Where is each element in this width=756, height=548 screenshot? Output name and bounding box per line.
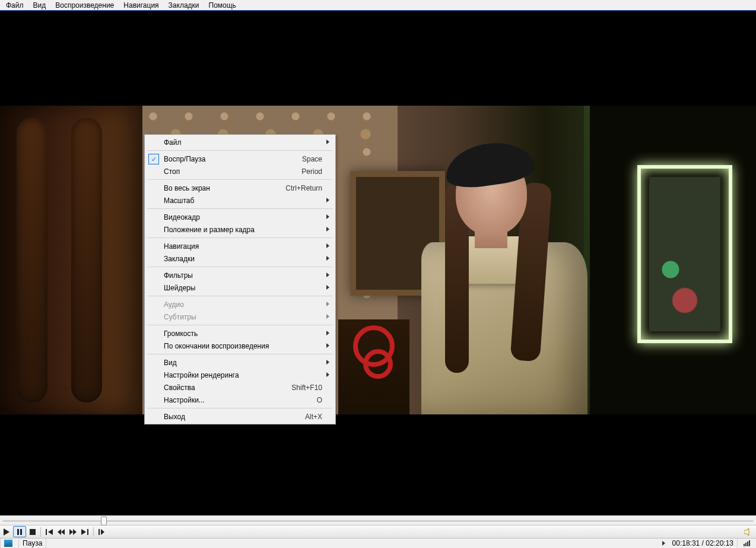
chevron-right-icon xyxy=(662,541,665,546)
svg-marker-9 xyxy=(73,529,77,535)
forward-icon xyxy=(69,529,77,535)
status-time[interactable]: 00:18:31 / 02:20:13 xyxy=(669,539,738,549)
menu-separator xyxy=(147,354,333,354)
menu-separator xyxy=(147,179,333,180)
time-total: 02:20:13 xyxy=(706,539,733,547)
ctx-label: Положение и размер кадра xyxy=(164,226,322,234)
ctx-label: Свойства xyxy=(164,384,291,392)
menu-playback[interactable]: Воспроизведение xyxy=(50,0,119,11)
ctx-item-23[interactable]: Вид xyxy=(146,356,334,369)
ctx-item-26[interactable]: Настройки...O xyxy=(146,394,334,406)
chevron-right-icon xyxy=(326,273,329,277)
ctx-item-24[interactable]: Настройки рендеринга xyxy=(146,369,334,381)
ctx-item-3[interactable]: СтопPeriod xyxy=(146,165,334,178)
next-track-button[interactable] xyxy=(79,526,91,537)
ctx-item-25[interactable]: СвойстваShift+F10 xyxy=(146,381,334,394)
svg-rect-3 xyxy=(30,529,36,535)
ctx-item-5[interactable]: Во весь экранCtrl+Return xyxy=(146,182,334,194)
chevron-right-icon xyxy=(326,214,329,219)
ctx-item-6[interactable]: Масштаб xyxy=(146,194,334,207)
chevron-right-icon xyxy=(326,140,329,144)
ctx-item-9[interactable]: Положение и размер кадра xyxy=(146,223,334,236)
ctx-label: Субтитры xyxy=(164,313,322,321)
separator xyxy=(40,527,41,537)
svg-marker-13 xyxy=(101,529,104,535)
play-button[interactable] xyxy=(1,526,12,537)
chevron-right-icon xyxy=(326,243,329,248)
seek-bar[interactable] xyxy=(0,515,756,525)
menu-file[interactable]: Файл xyxy=(1,0,28,11)
chevron-right-icon xyxy=(326,314,329,319)
time-elapsed: 00:18:31 xyxy=(672,539,700,547)
seek-track xyxy=(2,520,754,522)
pause-button[interactable] xyxy=(13,526,26,537)
chevron-right-icon xyxy=(326,285,329,290)
ctx-item-2[interactable]: ✓Воспр/ПаузаSpace xyxy=(146,153,334,165)
menu-separator xyxy=(147,208,333,209)
ctx-label: Файл xyxy=(164,138,322,147)
ctx-shortcut: Shift+F10 xyxy=(291,384,322,392)
menu-separator xyxy=(147,296,333,296)
ctx-label: Вид xyxy=(164,359,322,367)
separator xyxy=(93,527,94,537)
chevron-right-icon xyxy=(326,227,329,232)
ctx-label: Видеокадр xyxy=(164,213,322,221)
ctx-shortcut: Alt+X xyxy=(305,413,322,421)
ctx-label: Настройки... xyxy=(164,396,317,404)
ctx-item-20[interactable]: Громкость xyxy=(146,327,334,340)
ctx-label: Стоп xyxy=(164,167,301,176)
svg-marker-7 xyxy=(61,529,65,535)
ctx-item-12[interactable]: Закладки xyxy=(146,252,334,265)
svg-marker-5 xyxy=(48,529,53,535)
skip-next-icon xyxy=(81,529,88,535)
menu-view[interactable]: Вид xyxy=(28,0,51,11)
stop-button[interactable] xyxy=(27,526,38,537)
speaker-icon xyxy=(744,528,752,536)
ctx-item-28[interactable]: ВыходAlt+X xyxy=(146,410,334,423)
ctx-label: Закладки xyxy=(164,255,322,263)
context-menu: Файл✓Воспр/ПаузаSpaceСтопPeriodВо весь э… xyxy=(144,134,336,425)
ctx-item-21[interactable]: По окончании воспроизведения xyxy=(146,340,334,352)
svg-rect-12 xyxy=(99,529,100,535)
svg-marker-14 xyxy=(744,528,749,536)
svg-marker-0 xyxy=(4,528,9,536)
menu-separator xyxy=(147,267,333,267)
forward-button[interactable] xyxy=(67,526,79,537)
rewind-icon xyxy=(58,529,65,535)
file-type-icon xyxy=(4,540,12,547)
ctx-item-15[interactable]: Шейдеры xyxy=(146,281,334,294)
menu-help[interactable]: Помощь xyxy=(204,0,241,11)
ctx-item-0[interactable]: Файл xyxy=(146,136,334,148)
menu-navigate[interactable]: Навигация xyxy=(119,0,163,11)
ctx-label: Шейдеры xyxy=(164,284,322,292)
ctx-label: Выход xyxy=(164,413,305,421)
play-icon xyxy=(4,528,9,536)
frame-step-icon xyxy=(99,529,104,535)
video-area[interactable] xyxy=(0,11,756,515)
frame-step-button[interactable] xyxy=(96,526,107,537)
ctx-item-8[interactable]: Видеокадр xyxy=(146,211,334,223)
chevron-right-icon xyxy=(326,343,329,348)
mute-button[interactable] xyxy=(742,526,755,537)
ctx-label: Масштаб xyxy=(164,197,322,205)
menu-favorites[interactable]: Закладки xyxy=(164,0,204,11)
status-file-type xyxy=(0,539,19,549)
skip-prev-icon xyxy=(46,529,53,535)
ctx-label: Громкость xyxy=(164,330,322,338)
menu-separator xyxy=(147,325,333,325)
seek-thumb[interactable] xyxy=(101,517,107,525)
rewind-button[interactable] xyxy=(55,526,67,537)
menu-separator xyxy=(147,150,333,151)
check-icon: ✓ xyxy=(148,154,159,164)
ctx-item-11[interactable]: Навигация xyxy=(146,240,334,252)
status-signal xyxy=(738,539,756,549)
ctx-shortcut: Space xyxy=(302,155,322,163)
chevron-right-icon xyxy=(326,360,329,365)
prev-track-button[interactable] xyxy=(43,526,55,537)
menubar: Файл Вид Воспроизведение Навигация Закла… xyxy=(0,0,756,11)
svg-rect-4 xyxy=(46,529,47,535)
ctx-label: Аудио xyxy=(164,300,322,309)
ctx-item-14[interactable]: Фильтры xyxy=(146,269,334,281)
status-bar: Пауза 00:18:31 / 02:20:13 xyxy=(0,538,756,548)
menu-separator xyxy=(147,408,333,408)
